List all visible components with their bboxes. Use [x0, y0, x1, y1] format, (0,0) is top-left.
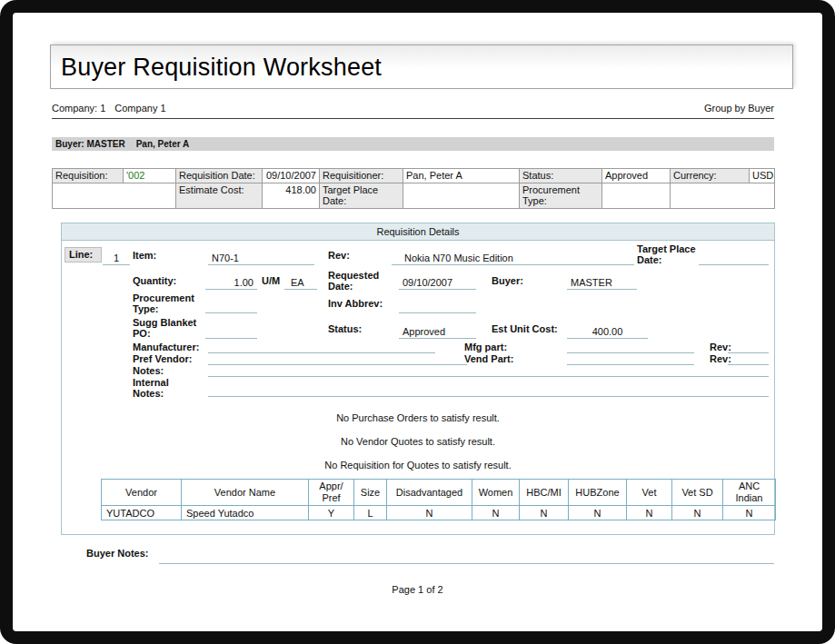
field-est-unit-cost-label: Est Unit Cost:: [492, 323, 558, 334]
disadvantaged-cell: N: [387, 506, 472, 520]
field-requested-date-label: Requested Date:: [328, 270, 379, 292]
requisition-details-header: Requisition Details: [62, 223, 774, 241]
no-purchase-orders-message: No Purchase Orders to satisfy result.: [62, 412, 774, 423]
vendor-cell: YUTADCO: [102, 506, 182, 520]
hbc-mi-header: HBC/MI: [520, 480, 569, 506]
report-title-box: Buyer Requisition Worksheet: [50, 45, 793, 89]
field-procurement-type-label: Procurement Type:: [133, 292, 194, 314]
field-buyer-label: Buyer:: [492, 275, 523, 286]
field-line-label: Line:: [65, 247, 102, 263]
company-row: Company: 1Company 1 Group by Buyer: [52, 103, 774, 119]
disadvantaged-header: Disadvantaged: [387, 480, 472, 506]
field-target-place-date-value: [699, 254, 769, 265]
field-requested-date-value: 09/10/2007: [399, 276, 476, 290]
field-vend-part-value: [567, 354, 694, 365]
vendor-table-row: YUTADCO Speed Yutadco Y L N N N N N N N: [102, 506, 776, 520]
requisition-details-box: Requisition Details Line: 1 Item: N70-1 …: [61, 223, 775, 535]
field-inv-abbrev-label: Inv Abbrev:: [328, 298, 383, 309]
field-item-label: Item:: [133, 250, 156, 261]
report-page: Buyer Requisition Worksheet Company: 1Co…: [13, 13, 822, 631]
field-um-value: EA: [284, 276, 317, 290]
requisition-date-label: Requisition Date:: [176, 169, 263, 183]
field-inv-abbrev-value: [399, 302, 476, 313]
no-vendor-quotes-message: No Vendor Quotes to satisfy result.: [62, 436, 774, 447]
field-internal-notes-value: [208, 386, 769, 397]
field-rev-label: Rev:: [328, 250, 350, 261]
field-status-label: Status:: [328, 323, 362, 334]
page-number: Page 1 of 2: [13, 584, 822, 595]
procurement-type-label: Procurement Type:: [520, 183, 602, 209]
field-mfg-part-label: Mfg part:: [464, 342, 507, 352]
field-line-value: 1: [103, 252, 130, 265]
vendor-name-cell: Speed Yutadco: [182, 506, 309, 520]
appr-pref-cell: Y: [309, 506, 354, 520]
field-notes-label: Notes:: [133, 365, 164, 376]
field-quantity-value: 1.00: [205, 276, 257, 290]
field-status-value: Approved: [399, 325, 476, 339]
target-place-date-label: Target Place Date:: [320, 183, 403, 209]
requisition-value: '002: [124, 169, 176, 183]
status-label: Status:: [520, 169, 602, 183]
field-um-label: U/M: [262, 275, 280, 286]
size-header: Size: [354, 480, 387, 506]
field-target-place-date-label: Target Place Date:: [637, 243, 705, 265]
women-cell: N: [472, 506, 520, 520]
no-requisition-quotes-message: No Requisition for Quotes to satisfy res…: [62, 460, 774, 471]
company-label: Company: 1: [52, 103, 105, 114]
field-est-unit-cost-value: 400.00: [567, 325, 648, 339]
field-item-value: N70-1: [208, 252, 314, 265]
procurement-type-value: [602, 183, 671, 209]
hubzone-cell: N: [569, 506, 627, 520]
size-cell: L: [354, 506, 387, 520]
hbc-mi-cell: N: [520, 506, 569, 520]
currency-label: Currency:: [671, 169, 750, 183]
field-pref-vendor-label: Pref Vendor:: [133, 353, 192, 364]
vet-header: Vet: [627, 480, 672, 506]
vendor-name-header: Vendor Name: [182, 480, 309, 506]
field-manufacturer-label: Manufacturer:: [133, 342, 199, 352]
window-frame: Buyer Requisition Worksheet Company: 1Co…: [0, 0, 835, 644]
field-procurement-type-value: [205, 302, 257, 313]
field-sugg-blanket-po-label: Sugg Blanket PO:: [133, 317, 196, 339]
buyer-group-label: Buyer: MASTER: [55, 139, 125, 149]
requisitioner-label: Requisitioner:: [320, 169, 403, 183]
women-header: Women: [472, 480, 520, 506]
status-value: Approved: [602, 169, 671, 183]
field-manufacturer-value: [208, 342, 435, 353]
field-buyer-value: MASTER: [567, 276, 637, 290]
requisition-date-value: 09/10/2007: [263, 169, 320, 183]
company-name: Company 1: [114, 103, 165, 114]
field-vend-part-label: Vend Part:: [464, 353, 513, 364]
empty-cell: [53, 183, 176, 209]
buyer-notes-label: Buyer Notes:: [86, 548, 148, 559]
field-mfg-part-value: [567, 342, 694, 353]
currency-value: USD: [750, 169, 775, 183]
vendor-table-header-row: Vendor Vendor Name Appr/ Pref Size Disad…: [102, 480, 776, 506]
hubzone-header: HUBZone: [569, 480, 627, 506]
vet-cell: N: [627, 506, 672, 520]
appr-pref-header: Appr/ Pref: [309, 480, 354, 506]
anc-indian-cell: N: [723, 506, 776, 520]
requisition-summary-table: Requisition: '002 Requisition Date: 09/1…: [52, 168, 775, 209]
target-place-date-value: [403, 183, 520, 209]
field-vend-rev-value: [728, 354, 769, 365]
field-pref-vendor-value: [208, 354, 467, 365]
field-notes-value: [208, 366, 769, 377]
vet-sd-cell: N: [672, 506, 723, 520]
field-rev-value: Nokia N70 Music Edition: [392, 252, 634, 265]
page-title: Buyer Requisition Worksheet: [51, 45, 792, 82]
empty-cell: [671, 183, 775, 209]
group-by-label: Group by Buyer: [704, 103, 774, 114]
estimate-cost-value: 418.00: [263, 183, 320, 209]
buyer-notes-line: [159, 563, 774, 564]
vet-sd-header: Vet SD: [672, 480, 723, 506]
estimate-cost-label: Estimate Cost:: [176, 183, 263, 209]
field-internal-notes-label: Internal Notes:: [133, 377, 169, 399]
anc-indian-header: ANC Indian: [723, 480, 776, 506]
field-mfg-rev-value: [728, 342, 769, 353]
vendor-table: Vendor Vendor Name Appr/ Pref Size Disad…: [101, 479, 776, 520]
requisition-label: Requisition:: [53, 169, 124, 183]
requisitioner-value: Pan, Peter A: [403, 169, 520, 183]
field-sugg-blanket-po-value: [205, 328, 257, 339]
buyer-group-name: Pan, Peter A: [136, 139, 190, 149]
